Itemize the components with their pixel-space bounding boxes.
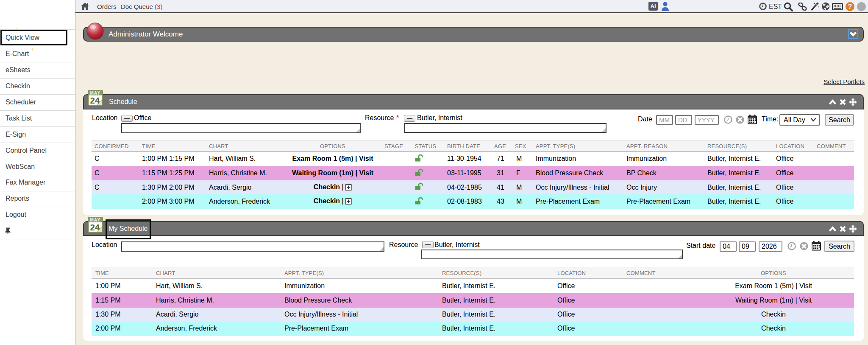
svg-text:24: 24 xyxy=(90,95,100,105)
svg-text:MAY: MAY xyxy=(90,91,101,95)
svg-text:24: 24 xyxy=(90,222,100,232)
svg-text:MAY: MAY xyxy=(90,218,101,222)
